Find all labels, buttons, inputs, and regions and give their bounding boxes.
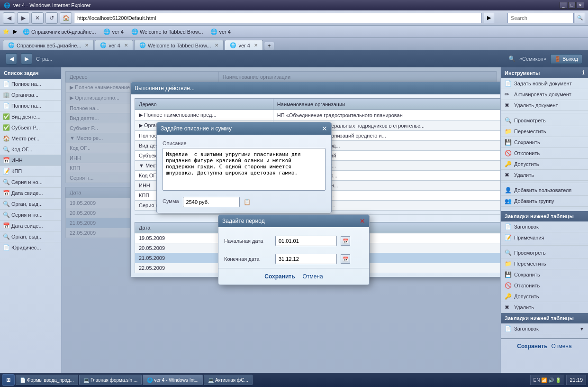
sidebar-item-4[interactable]: ✅ Субъект Р...: [0, 122, 61, 133]
fav-label-1: Справочник веб-дизайне...: [31, 29, 96, 35]
go-btn[interactable]: ▶: [484, 13, 494, 23]
bottom-save-btn[interactable]: Сохранить: [517, 343, 547, 350]
btn-add-user[interactable]: 👤 Добавить пользователя: [501, 185, 588, 196]
fav-star: ⭐: [3, 28, 9, 35]
app-back-btn[interactable]: ◀: [6, 53, 17, 64]
sidebar-item-11[interactable]: 🔍 Орган, выд...: [0, 199, 61, 210]
btn-save[interactable]: 💾 Сохранить: [501, 137, 588, 148]
btn-reject2[interactable]: 🚫 Отклонить: [501, 280, 588, 291]
btn-reject[interactable]: 🚫 Отклонить: [501, 148, 588, 159]
sum-input[interactable]: [183, 197, 240, 207]
tab-0[interactable]: 🌐 Справочник веб-дизайне... ✕: [3, 40, 94, 50]
close-btn[interactable]: ✕: [577, 2, 584, 9]
taskbar-right: EN 📶 🔊 🔋 21:19: [530, 375, 586, 385]
sidebar-item-13[interactable]: 📅 Дата свиде...: [0, 221, 61, 231]
btn-allow2[interactable]: 🔑 Допустить: [501, 291, 588, 302]
sidebar-item-6[interactable]: 🔍 Код ОГ...: [0, 144, 61, 155]
app-logout-btn[interactable]: 🚪 Выход: [550, 54, 582, 64]
sidebar-icon-11: 🔍: [3, 201, 9, 207]
btn-delete2[interactable]: ✖ Удалить: [501, 302, 588, 313]
tab-close-2[interactable]: ✕: [215, 43, 218, 48]
dialog-desc: Задайте описание и сумму ✕ Описание Изде…: [156, 122, 332, 213]
dialog-desc-title: Задайте описание и сумму: [161, 125, 232, 132]
btn-notes[interactable]: 📝 Примечания: [501, 232, 588, 243]
sidebar-label-1: Организа...: [11, 92, 38, 98]
start-date-cal-btn[interactable]: 📅: [341, 236, 350, 246]
sidebar-item-5[interactable]: 🏠 Место рег...: [0, 133, 61, 144]
sidebar-item-0[interactable]: 📄 Полное на...: [0, 79, 61, 90]
fav-item-4[interactable]: 🌐 ver 4: [208, 28, 232, 36]
tab-2[interactable]: 🌐 Welcome to Tabbed Brow... ✕: [134, 40, 224, 50]
bottom-cancel-btn[interactable]: Отмена: [552, 343, 572, 350]
start-date-label: Начальная дата: [224, 238, 271, 244]
btn-activate-doc[interactable]: ✏ Активировать документ: [501, 89, 588, 100]
address-bar[interactable]: [74, 13, 482, 23]
desc-textarea[interactable]: Изделие с вшитыми упругими пластинками д…: [163, 148, 326, 191]
btn-delete-doc[interactable]: ✖ Удалить документ: [501, 100, 588, 111]
tools-title-label: Инструменты: [505, 70, 540, 76]
tab-close-3[interactable]: ✕: [254, 43, 258, 48]
minimize-btn[interactable]: _: [560, 2, 567, 9]
tab-icon-0: 🌐: [8, 42, 15, 48]
btn-move2[interactable]: 📁 Переместить: [501, 258, 588, 269]
sum-icon: 📋: [244, 199, 251, 205]
allow-label: Допустить: [514, 161, 539, 167]
taskbar-label-2: ver 4 - Windows Int...: [154, 378, 199, 383]
taskbar-item-3[interactable]: 💻 Активная фС...: [204, 375, 253, 385]
btn-view[interactable]: 🔍 Просмотреть: [501, 115, 588, 126]
search-input[interactable]: [507, 13, 574, 23]
sidebar-item-14[interactable]: 🔍 Орган, выд...: [0, 231, 61, 242]
dialog-desc-close[interactable]: ✕: [322, 125, 327, 132]
app-forward-btn[interactable]: ▶: [21, 53, 32, 64]
end-date-cal-btn[interactable]: 📅: [341, 254, 350, 264]
sidebar-item-2[interactable]: 📄 Полное на...: [0, 101, 61, 111]
btn-header2[interactable]: 📄 Заголовок ▼: [501, 323, 588, 334]
btn-delete[interactable]: ✖ Удалить: [501, 170, 588, 181]
btn-header[interactable]: 📄 Заголовок: [501, 221, 588, 232]
sidebar-item-10[interactable]: 📅 Дата свиде...: [0, 188, 61, 199]
fav-item-1[interactable]: 🌐 Справочник веб-дизайне...: [21, 28, 98, 36]
tab-close-1[interactable]: ✕: [124, 43, 128, 48]
btn-move[interactable]: 📁 Переместить: [501, 126, 588, 137]
new-tab-btn[interactable]: +: [264, 42, 274, 50]
sidebar-item-3[interactable]: ✅ Вид деяте...: [0, 111, 61, 122]
sidebar-item-9[interactable]: 🔍 Серия и но...: [0, 177, 61, 188]
tab-3[interactable]: 🌐 ver 4 ✕: [225, 40, 262, 50]
activate-doc-label: Активировать документ: [514, 92, 571, 97]
taskbar-item-2[interactable]: 🌐 ver 4 - Windows Int...: [143, 375, 203, 385]
taskbar: ⊞ 📄 Формы ввода_прод... 💻 Главная форма.…: [0, 373, 588, 387]
tab-1[interactable]: 🌐 ver 4 ✕: [95, 40, 133, 50]
sidebar-item-8[interactable]: 📝 КПП: [0, 166, 61, 177]
refresh-btn[interactable]: ↺: [45, 12, 58, 24]
dialog-period-close[interactable]: ✕: [360, 217, 365, 225]
btn-save2[interactable]: 💾 Сохранить: [501, 269, 588, 280]
sidebar-item-1[interactable]: 🏢 Организа...: [0, 90, 61, 101]
btn-view2[interactable]: 🔍 Просмотреть: [501, 248, 588, 258]
restore-btn[interactable]: □: [568, 2, 576, 9]
search-go-btn[interactable]: 🔍: [575, 13, 585, 23]
start-date-input[interactable]: [275, 236, 337, 246]
sidebar-item-15[interactable]: 📄 Юридичес...: [0, 242, 61, 253]
header2-dropdown[interactable]: ▼: [579, 326, 584, 332]
sidebar-item-12[interactable]: 🔍 Серия и но...: [0, 210, 61, 221]
home-btn[interactable]: 🏠: [60, 12, 72, 24]
taskbar-label-3: Активная фС...: [215, 378, 248, 383]
end-date-input[interactable]: [275, 254, 337, 264]
back-btn[interactable]: ◀: [3, 12, 15, 24]
taskbar-item-0[interactable]: 📄 Формы ввода_прод...: [16, 375, 78, 385]
fav-item-2[interactable]: 🌐 ver 4: [101, 28, 125, 36]
btn-allow[interactable]: 🔑 Допустить: [501, 159, 588, 170]
btn-add-doc[interactable]: 📄 Задать новый документ: [501, 78, 588, 89]
period-save-btn[interactable]: Сохранить: [264, 273, 295, 280]
tab-close-0[interactable]: ✕: [85, 43, 89, 48]
sidebar-icon-1: 🏢: [3, 92, 9, 98]
system-tray: EN 📶 🔊 🔋: [530, 375, 565, 385]
sidebar-item-7[interactable]: 📅 ИНН: [0, 155, 61, 166]
start-button[interactable]: ⊞: [2, 374, 15, 386]
forward-btn[interactable]: ▶: [17, 12, 29, 24]
btn-add-group[interactable]: 👥 Добавить группу: [501, 196, 588, 207]
taskbar-item-1[interactable]: 💻 Главная форма.sln ...: [79, 375, 142, 385]
stop-btn[interactable]: ✕: [31, 12, 44, 24]
fav-item-3[interactable]: 🌐 Welcome to Tabbed Brow...: [129, 28, 205, 36]
period-cancel-btn[interactable]: Отмена: [303, 273, 323, 280]
